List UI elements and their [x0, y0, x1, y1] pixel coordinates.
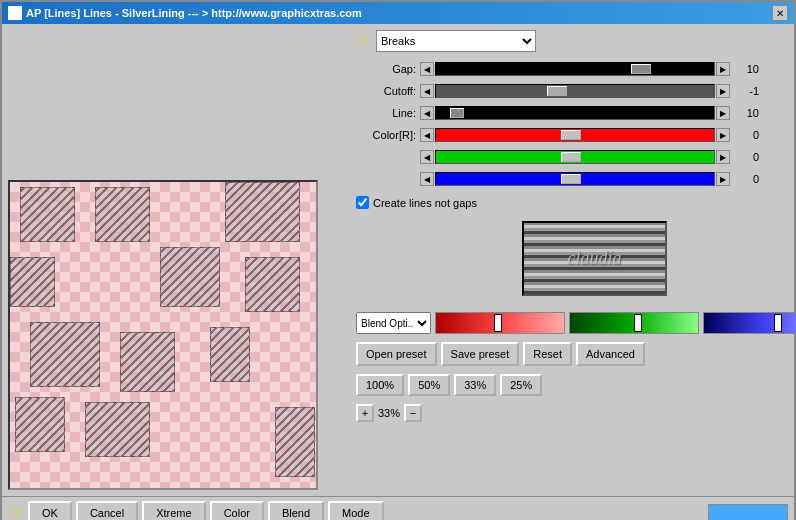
blue-color-slider[interactable] [703, 312, 796, 334]
zoom-33-button[interactable]: 33% [454, 374, 496, 396]
hatch-block [275, 407, 315, 477]
hatch-block [10, 257, 55, 307]
bottom-finger-icon: ☞ [8, 502, 24, 521]
preview-image: claudia [522, 221, 667, 296]
create-lines-label: Create lines not gaps [373, 197, 477, 209]
hatch-block [160, 247, 220, 307]
preview-watermark: claudia [568, 248, 622, 269]
cancel-button[interactable]: Cancel [76, 501, 138, 521]
gap-slider-bar[interactable] [435, 62, 715, 76]
title-bar-left: ▣ AP [Lines] Lines - SilverLining --- > … [8, 6, 362, 20]
xtreme-button[interactable]: Xtreme [142, 501, 205, 521]
gap-slider-track: ◀ ▶ [420, 62, 730, 76]
finger-pointer-icon: ☞ [356, 30, 372, 52]
main-window: ▣ AP [Lines] Lines - SilverLining --- > … [0, 0, 796, 520]
color-b-left-arrow[interactable]: ◀ [420, 172, 434, 186]
line-left-arrow[interactable]: ◀ [420, 106, 434, 120]
zoom-25-button[interactable]: 25% [500, 374, 542, 396]
color-b-value: 0 [734, 173, 759, 185]
cutoff-right-arrow[interactable]: ▶ [716, 84, 730, 98]
color-b-right-arrow[interactable]: ▶ [716, 172, 730, 186]
color-r-label: Color[R]: [356, 129, 416, 141]
mode-button[interactable]: Mode [328, 501, 384, 521]
cutoff-slider-row: Cutoff: ◀ ▶ -1 [356, 82, 796, 100]
color-g-slider-row: ◀ ▶ 0 [356, 148, 796, 166]
color-g-slider-bar[interactable] [435, 150, 715, 164]
gap-right-arrow[interactable]: ▶ [716, 62, 730, 76]
app-icon: ▣ [8, 6, 22, 20]
color-preview-bar [708, 504, 788, 521]
color-r-left-arrow[interactable]: ◀ [420, 128, 434, 142]
hatch-block [210, 327, 250, 382]
line-slider-bar[interactable] [435, 106, 715, 120]
preview-canvas [8, 180, 318, 490]
preset-buttons-row: Open preset Save preset Reset Advanced [356, 342, 796, 366]
close-button[interactable]: ✕ [772, 5, 788, 21]
zoom-level-row: + 33% − [356, 404, 796, 422]
cutoff-label: Cutoff: [356, 85, 416, 97]
cutoff-left-arrow[interactable]: ◀ [420, 84, 434, 98]
color-r-right-arrow[interactable]: ▶ [716, 128, 730, 142]
color-g-right-arrow[interactable]: ▶ [716, 150, 730, 164]
main-content: ☞ Breaks Lines Gaps Advanced Gap: ◀ ▶ [2, 24, 794, 496]
title-bar: ▣ AP [Lines] Lines - SilverLining --- > … [2, 2, 794, 24]
cutoff-value: -1 [734, 85, 759, 97]
zoom-plus-button[interactable]: + [356, 404, 374, 422]
hatch-block [20, 187, 75, 242]
line-label: Line: [356, 107, 416, 119]
zoom-current-level: 33% [378, 407, 400, 419]
advanced-button[interactable]: Advanced [576, 342, 645, 366]
hatch-block [245, 257, 300, 312]
create-lines-checkbox[interactable] [356, 196, 369, 209]
zoom-row: 100% 50% 33% 25% [356, 374, 796, 396]
cutoff-slider-track: ◀ ▶ [420, 84, 730, 98]
blend-button[interactable]: Blend [268, 501, 324, 521]
canvas-checkerboard [10, 182, 316, 488]
line-right-arrow[interactable]: ▶ [716, 106, 730, 120]
color-b-slider-bar[interactable] [435, 172, 715, 186]
dropdown-row: ☞ Breaks Lines Gaps Advanced [356, 30, 796, 52]
zoom-minus-button[interactable]: − [404, 404, 422, 422]
zoom-100-button[interactable]: 100% [356, 374, 404, 396]
color-r-slider-track: ◀ ▶ [420, 128, 730, 142]
gap-left-arrow[interactable]: ◀ [420, 62, 434, 76]
window-title: AP [Lines] Lines - SilverLining --- > ht… [26, 7, 362, 19]
save-preset-button[interactable]: Save preset [441, 342, 520, 366]
line-value: 10 [734, 107, 759, 119]
right-panel: ☞ Breaks Lines Gaps Advanced Gap: ◀ ▶ [356, 30, 796, 490]
red-color-slider[interactable] [435, 312, 565, 334]
hatch-block [225, 182, 300, 242]
open-preset-button[interactable]: Open preset [356, 342, 437, 366]
color-g-value: 0 [734, 151, 759, 163]
color-b-slider-track: ◀ ▶ [420, 172, 730, 186]
color-r-slider-bar[interactable] [435, 128, 715, 142]
gap-value: 10 [734, 63, 759, 75]
gap-label: Gap: [356, 63, 416, 75]
color-button[interactable]: Color [210, 501, 264, 521]
blend-mode-dropdown[interactable]: Blend Opti... Normal Multiply Screen [356, 312, 431, 334]
color-r-value: 0 [734, 129, 759, 141]
line-slider-track: ◀ ▶ [420, 106, 730, 120]
hatch-block [95, 187, 150, 242]
bottom-toolbar: ☞ OK Cancel Xtreme Color Blend Mode [2, 496, 794, 520]
color-r-slider-row: Color[R]: ◀ ▶ 0 [356, 126, 796, 144]
zoom-50-button[interactable]: 50% [408, 374, 450, 396]
left-panel [8, 30, 348, 490]
blend-row: Blend Opti... Normal Multiply Screen [356, 312, 796, 334]
hatch-block [30, 322, 100, 387]
cutoff-slider-bar[interactable] [435, 84, 715, 98]
hatch-block [85, 402, 150, 457]
breaks-dropdown[interactable]: Breaks Lines Gaps Advanced [376, 30, 536, 52]
line-slider-row: Line: ◀ ▶ 10 [356, 104, 796, 122]
hatch-block [15, 397, 65, 452]
green-color-slider[interactable] [569, 312, 699, 334]
ok-button[interactable]: OK [28, 501, 72, 521]
gap-slider-row: Gap: ◀ ▶ 10 [356, 60, 796, 78]
color-b-slider-row: ◀ ▶ 0 [356, 170, 796, 188]
color-g-slider-track: ◀ ▶ [420, 150, 730, 164]
hatch-block [120, 332, 175, 392]
checkbox-row: Create lines not gaps [356, 196, 796, 209]
color-g-left-arrow[interactable]: ◀ [420, 150, 434, 164]
reset-button[interactable]: Reset [523, 342, 572, 366]
